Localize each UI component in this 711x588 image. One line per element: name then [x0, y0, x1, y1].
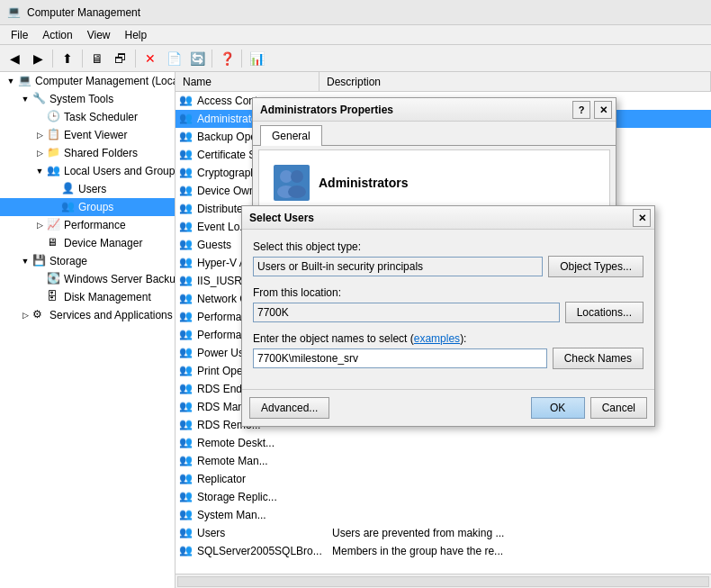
menu-help[interactable]: Help — [118, 27, 155, 43]
menu-action[interactable]: Action — [35, 27, 79, 43]
tree-item-services-apps[interactable]: ▷ ⚙ Services and Applications — [0, 306, 175, 324]
select-users-ok-button[interactable]: OK — [531, 397, 585, 419]
group-icon: 👥 — [179, 400, 194, 414]
expander-system-tools[interactable]: ▼ — [18, 92, 32, 106]
tree-item-computer-mgmt[interactable]: ▼ 💻 Computer Management (Local) — [0, 72, 175, 90]
tree-item-task-scheduler[interactable]: ▷ 🕒 Task Scheduler — [0, 108, 175, 126]
item-name: Storage Replic... — [197, 491, 332, 503]
disk-icon: 🗄 — [47, 290, 61, 304]
export-button[interactable]: 📊 — [246, 48, 267, 69]
dialog-help-button[interactable]: ? — [572, 101, 590, 119]
select-users-close-button[interactable]: ✕ — [633, 209, 651, 227]
expander-event[interactable]: ▷ — [32, 128, 47, 142]
expander-perf[interactable]: ▷ — [32, 218, 47, 232]
examples-link[interactable]: examples — [414, 332, 460, 345]
group-icon: 👥 — [179, 148, 194, 162]
tree-item-storage[interactable]: ▼ 💾 Storage — [0, 252, 175, 270]
group-icon: 👥 — [179, 112, 194, 126]
tree-item-event-viewer[interactable]: ▷ 📋 Event Viewer — [0, 126, 175, 144]
object-names-group: Enter the object names to select (exampl… — [253, 332, 644, 369]
object-type-input[interactable] — [253, 257, 543, 276]
group-icon: 👥 — [179, 292, 194, 306]
location-input[interactable] — [253, 303, 560, 322]
tree-label-system-tools: System Tools — [50, 93, 113, 105]
menu-bar: File Action View Help — [0, 25, 711, 45]
tree-item-performance[interactable]: ▷ 📈 Performance — [0, 216, 175, 234]
group-icon: 👥 — [179, 472, 194, 486]
back-button[interactable]: ◀ — [4, 48, 25, 69]
group-icon: 👥 — [179, 508, 194, 522]
help-button[interactable]: ❓ — [216, 48, 238, 69]
object-types-button[interactable]: Object Types... — [548, 256, 644, 277]
list-item[interactable]: 👥 Users Users are prevented from making … — [176, 524, 711, 542]
col-header-desc[interactable]: Description — [320, 72, 711, 91]
group-icon: 👥 — [179, 544, 194, 558]
forward-button[interactable]: ▶ — [27, 48, 49, 69]
horizontal-scrollbar[interactable] — [176, 574, 711, 588]
tree-item-users[interactable]: ▷ 👤 Users — [0, 180, 175, 198]
expander-services[interactable]: ▷ — [18, 308, 32, 322]
tab-general[interactable]: General — [260, 125, 322, 146]
tree-item-groups[interactable]: ▷ 👥 Groups — [0, 198, 175, 216]
svg-point-1 — [291, 170, 303, 183]
check-names-button[interactable]: Check Names — [553, 348, 644, 369]
toolbar-sep-2 — [82, 50, 83, 68]
col-header-name[interactable]: Name — [176, 72, 320, 91]
object-type-label: Select this object type: — [253, 240, 644, 253]
tree-item-disk-mgmt[interactable]: ▷ 🗄 Disk Management — [0, 288, 175, 306]
advanced-button[interactable]: Advanced... — [249, 397, 329, 419]
admins-group-icon — [274, 165, 310, 201]
group-icon: 👥 — [179, 382, 194, 396]
group-icon: 👥 — [179, 310, 194, 324]
refresh-button[interactable]: 🔄 — [186, 48, 208, 69]
group-icon: 👥 — [179, 94, 194, 108]
hscroll-track[interactable] — [177, 576, 709, 587]
properties-button[interactable]: 📄 — [163, 48, 184, 69]
tree-item-system-tools[interactable]: ▼ 🔧 System Tools — [0, 90, 175, 108]
expander-computer-mgmt[interactable]: ▼ — [4, 74, 18, 88]
show-hide-button[interactable]: 🖥 — [86, 48, 108, 69]
locations-button[interactable]: Locations... — [565, 302, 644, 323]
toolbar-sep-5 — [241, 50, 242, 68]
list-item[interactable]: 👥 Remote Man... — [176, 452, 711, 470]
menu-view[interactable]: View — [80, 27, 118, 43]
group-icon: 👥 — [179, 256, 194, 270]
group-icon: 👥 — [179, 328, 194, 342]
group-icon: 👥 — [179, 418, 194, 432]
group-icon: 👥 — [179, 346, 194, 360]
object-names-label: Enter the object names to select (exampl… — [253, 332, 644, 345]
list-item[interactable]: 👥 System Man... — [176, 506, 711, 524]
admins-dialog-title: Administrators Properties ? ✕ — [253, 98, 616, 122]
menu-file[interactable]: File — [4, 27, 35, 43]
svg-point-0 — [280, 170, 292, 183]
item-name: Remote Man... — [197, 455, 332, 467]
list-item[interactable]: 👥 Remote Deskt... — [176, 434, 711, 452]
tree-item-local-users[interactable]: ▼ 👥 Local Users and Groups — [0, 162, 175, 180]
expander-shared[interactable]: ▷ — [32, 146, 47, 160]
up-button[interactable]: ⬆ — [57, 48, 78, 69]
expander-storage[interactable]: ▼ — [18, 254, 32, 268]
tree-label-perf: Performance — [64, 219, 126, 231]
expander-local-users[interactable]: ▼ — [32, 164, 47, 178]
list-header: Name Description — [176, 72, 711, 92]
tree-label-shared: Shared Folders — [64, 147, 138, 159]
object-names-input[interactable] — [253, 348, 547, 368]
item-name: Remote Deskt... — [197, 437, 332, 449]
svg-point-3 — [288, 185, 306, 198]
tree-item-wsb[interactable]: ▷ 💽 Windows Server Backup — [0, 270, 175, 288]
select-users-cancel-button[interactable]: Cancel — [590, 397, 647, 419]
object-names-label-end: ): — [460, 332, 466, 345]
new-window-button[interactable]: 🗗 — [110, 48, 131, 69]
list-item[interactable]: 👥 Replicator — [176, 470, 711, 488]
tree-label-disk: Disk Management — [64, 291, 151, 303]
tree-item-device-manager[interactable]: ▷ 🖥 Device Manager — [0, 234, 175, 252]
list-item[interactable]: 👥 Storage Replic... — [176, 488, 711, 506]
dialog-close-button[interactable]: ✕ — [594, 101, 612, 119]
delete-button[interactable]: ✕ — [140, 48, 161, 69]
list-item[interactable]: 👥 SQLServer2005SQLBro... Members in the … — [176, 542, 711, 560]
tree-item-shared-folders[interactable]: ▷ 📁 Shared Folders — [0, 144, 175, 162]
device-icon: 🖥 — [47, 236, 61, 250]
toolbar: ◀ ▶ ⬆ 🖥 🗗 ✕ 📄 🔄 ❓ 📊 — [0, 45, 711, 72]
select-users-footer: Advanced... OK Cancel — [242, 389, 654, 426]
group-icon: 👥 — [179, 490, 194, 504]
